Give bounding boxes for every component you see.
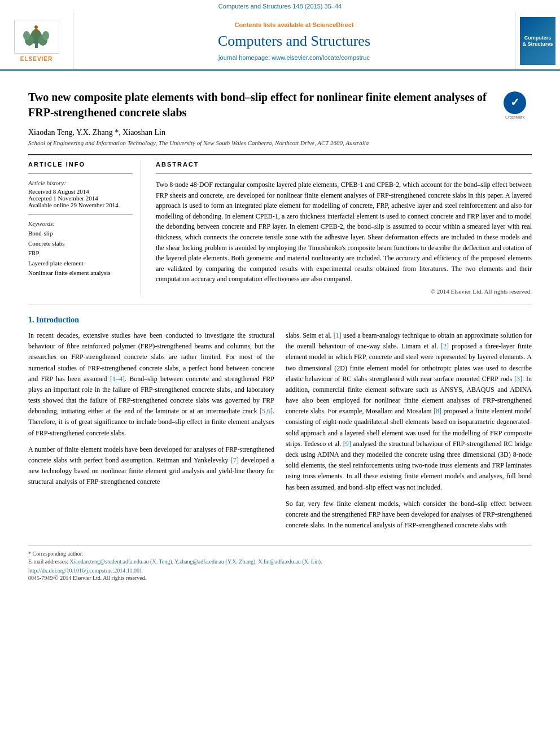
email-addresses[interactable]: Xiaodan.teng@student.adfa.edu.au (X. Ten… — [69, 558, 322, 565]
journal-volume-link[interactable]: Computers and Structures 148 (2015) 35–4… — [218, 3, 342, 10]
divider-under-article-info-heading — [28, 173, 133, 174]
homepage-url[interactable]: www.elsevier.com/locate/compstruc — [272, 54, 370, 61]
crossmark-badge[interactable]: ✓ CrossMark — [498, 90, 532, 121]
article-history: Article history: Received 8 August 2014 … — [28, 180, 133, 208]
journal-thumb-title: Computers & Structures — [522, 35, 553, 47]
affiliation: School of Engineering and Information Te… — [28, 139, 532, 146]
article-footer: * Corresponding author. E-mail addresses… — [28, 545, 532, 581]
elsevier-logo-image — [14, 20, 59, 54]
svg-text:✓: ✓ — [510, 96, 520, 108]
divider-under-abstract-heading — [156, 173, 532, 174]
abstract-column: ABSTRACT Two 8-node 48-DOF rectangular c… — [152, 161, 532, 295]
journal-header: ELSEVIER Contents lists available at Sci… — [0, 12, 560, 71]
elsevier-label: ELSEVIER — [20, 56, 53, 62]
journal-title: Computers and Structures — [218, 33, 370, 50]
received-date: Received 8 August 2014 — [28, 188, 133, 195]
crossmark-label: CrossMark — [505, 115, 524, 119]
history-label: Article history: — [28, 180, 133, 186]
ref-5-6[interactable]: [5,6] — [260, 407, 273, 415]
sciencedirect-link-text[interactable]: ScienceDirect — [313, 21, 354, 28]
svg-point-6 — [34, 25, 38, 29]
keyword-4: Layered plate element — [28, 259, 133, 269]
intro-col-left: In recent decades, extensive studies hav… — [28, 330, 274, 536]
article-info-column: ARTICLE INFO Article history: Received 8… — [28, 161, 141, 295]
intro-col-right: slabs. Seim et al. [1] used a beam-analo… — [286, 330, 532, 536]
keywords-section: Keywords: Bond-slipConcrete slabsFRPLaye… — [28, 220, 133, 278]
ref-7[interactable]: [7] — [231, 456, 239, 464]
accepted-date: Accepted 1 November 2014 — [28, 195, 133, 202]
intro-number: 1. — [28, 316, 34, 324]
article-info-heading: ARTICLE INFO — [28, 161, 133, 168]
journal-thumbnail: Computers & Structures — [520, 17, 555, 65]
ref-3-right[interactable]: [3] — [514, 375, 522, 383]
intro-para-2: A number of finite element models have b… — [28, 444, 274, 488]
email-line: E-mail addresses: Xiaodan.teng@student.a… — [28, 558, 532, 565]
journal-homepage: journal homepage: www.elsevier.com/locat… — [218, 54, 370, 61]
ref-2-right[interactable]: [2] — [441, 342, 449, 350]
svg-point-5 — [42, 31, 49, 40]
keyword-5: Nonlinear finite element analysis — [28, 268, 133, 278]
svg-point-4 — [23, 31, 30, 40]
abstract-heading: ABSTRACT — [156, 161, 532, 168]
keyword-2: Concrete slabs — [28, 239, 133, 249]
authors: Xiaodan Teng, Y.X. Zhang *, Xiaoshan Lin — [28, 128, 532, 137]
abstract-text: Two 8-node 48-DOF rectangular composite … — [156, 180, 532, 285]
ref-9[interactable]: [9] — [343, 440, 351, 448]
keywords-label: Keywords: — [28, 220, 133, 227]
doi-link[interactable]: http://dx.doi.org/10.1016/j.compstruc.20… — [28, 567, 532, 574]
available-date: Available online 29 November 2014 — [28, 202, 133, 208]
journal-thumbnail-area: Computers & Structures — [515, 12, 560, 69]
intro-body: In recent decades, extensive studies hav… — [28, 330, 532, 536]
ref-1-right[interactable]: [1] — [334, 331, 342, 339]
email-label: E-mail addresses: — [28, 558, 68, 565]
author-names: Xiaodan Teng, Y.X. Zhang *, Xiaoshan Lin — [28, 128, 165, 137]
divider-under-history — [28, 214, 133, 215]
svg-rect-7 — [34, 29, 38, 33]
article-info-abstract-section: ARTICLE INFO Article history: Received 8… — [28, 161, 532, 295]
intro-para-3: slabs. Seim et al. [1] used a beam-analo… — [286, 330, 532, 493]
intro-title: Introduction — [36, 316, 79, 324]
crossmark-icon: ✓ — [504, 91, 526, 114]
corresponding-note: * Corresponding author. — [28, 551, 532, 557]
ref-8[interactable]: [8] — [434, 407, 441, 415]
keyword-3: FRP — [28, 248, 133, 259]
divider-after-abstract — [28, 304, 532, 304]
intro-para-1: In recent decades, extensive studies hav… — [28, 330, 274, 439]
contents-link: Contents lists available at ScienceDirec… — [235, 21, 354, 28]
intro-para-4: So far, very few finite element models, … — [286, 499, 532, 531]
top-link-bar: Computers and Structures 148 (2015) 35–4… — [0, 0, 560, 12]
introduction-section: 1. Introduction In recent decades, exten… — [28, 316, 532, 536]
article-body: Two new composite plate elements with bo… — [0, 71, 560, 592]
journal-header-center: Contents lists available at ScienceDirec… — [73, 12, 515, 69]
intro-heading: 1. Introduction — [28, 316, 532, 325]
keyword-1: Bond-slip — [28, 229, 133, 239]
abstract-copyright: © 2014 Elsevier Ltd. All rights reserved… — [156, 288, 532, 295]
issn-line: 0045-7949/© 2014 Elsevier Ltd. All right… — [28, 575, 532, 581]
divider-after-affiliation — [28, 154, 532, 155]
elsevier-logo-area: ELSEVIER — [0, 12, 73, 69]
article-title: Two new composite plate elements with bo… — [28, 90, 532, 120]
ref-1-4[interactable]: [1–4] — [110, 375, 125, 383]
